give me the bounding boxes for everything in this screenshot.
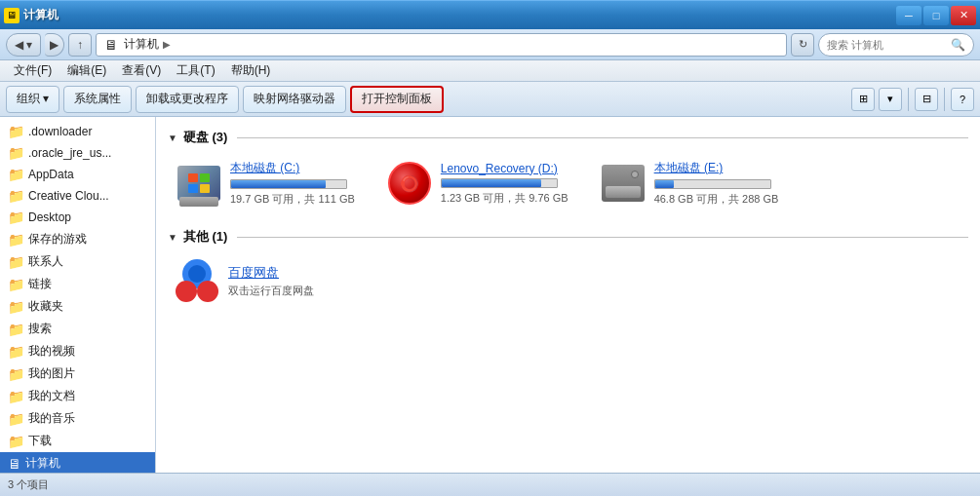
sidebar-item-label: Desktop bbox=[28, 210, 71, 224]
sidebar-item-label: 我的文档 bbox=[28, 388, 75, 404]
view-grid-button[interactable]: ⊞ bbox=[851, 88, 875, 111]
up-button[interactable]: ↑ bbox=[68, 33, 92, 57]
title-bar-left: 🖥 计算机 bbox=[4, 7, 59, 23]
folder-icon: 📁 bbox=[8, 188, 24, 204]
menu-help[interactable]: 帮助(H) bbox=[223, 60, 279, 81]
sidebar-item-appdata[interactable]: 📁 AppData bbox=[0, 164, 155, 185]
sidebar-item-creative-cloud[interactable]: 📁 Creative Clou... bbox=[0, 185, 155, 207]
drive-d-icon: ⭕ bbox=[386, 164, 433, 203]
refresh-button[interactable]: ↻ bbox=[791, 33, 814, 57]
drives-section-line bbox=[237, 137, 968, 138]
close-button[interactable]: ✕ bbox=[951, 6, 976, 25]
drive-d-name: Lenovo_Recovery (D:) bbox=[441, 162, 568, 175]
drive-e-name: 本地磁盘 (E:) bbox=[654, 160, 779, 176]
sidebar-item-label: 链接 bbox=[28, 276, 52, 292]
drive-c-name: 本地磁盘 (C:) bbox=[230, 160, 355, 176]
sidebar-item-documents[interactable]: 📁 我的文档 bbox=[0, 385, 155, 407]
menu-file[interactable]: 文件(F) bbox=[6, 60, 59, 81]
status-bar: 3 个项目 bbox=[0, 473, 980, 496]
drive-c-fill bbox=[231, 180, 326, 188]
drives-section-arrow[interactable]: ▼ bbox=[168, 133, 177, 143]
drive-e-progress bbox=[654, 179, 771, 189]
menu-bar: 文件(F) 编辑(E) 查看(V) 工具(T) 帮助(H) bbox=[0, 60, 980, 82]
menu-edit[interactable]: 编辑(E) bbox=[59, 60, 114, 81]
open-control-panel-button[interactable]: 打开控制面板 bbox=[350, 86, 444, 113]
sidebar-item-contacts[interactable]: 📁 联系人 bbox=[0, 250, 155, 273]
main-content: 📁 .downloader 📁 .oracle_jre_us... 📁 AppD… bbox=[0, 117, 980, 473]
folder-icon: 📁 bbox=[8, 210, 24, 225]
sidebar-item-label: 收藏夹 bbox=[28, 298, 63, 315]
other-section-arrow[interactable]: ▼ bbox=[168, 232, 177, 243]
organize-button[interactable]: 组织 ▾ bbox=[6, 86, 59, 113]
sidebar-item-oracle[interactable]: 📁 .oracle_jre_us... bbox=[0, 142, 155, 164]
folder-icon: 📁 bbox=[8, 389, 24, 404]
baidu-icon bbox=[176, 259, 218, 302]
drive-e-item[interactable]: 本地磁盘 (E:) 46.8 GB 可用，共 288 GB bbox=[592, 154, 787, 212]
drive-d-info: Lenovo_Recovery (D:) 1.23 GB 可用，共 9.76 G… bbox=[441, 162, 568, 206]
folder-icon: 📁 bbox=[8, 411, 24, 427]
drive-c-item[interactable]: 本地磁盘 (C:) 19.7 GB 可用，共 111 GB bbox=[168, 154, 363, 212]
system-properties-button[interactable]: 系统属性 bbox=[63, 86, 132, 113]
toolbar-right: ⊞ ▾ ⊟ ? bbox=[851, 88, 974, 111]
menu-view[interactable]: 查看(V) bbox=[114, 60, 169, 81]
sidebar-item-links[interactable]: 📁 链接 bbox=[0, 273, 155, 295]
drives-section-header: ▼ 硬盘 (3) bbox=[168, 129, 968, 146]
toolbar-separator bbox=[908, 88, 909, 111]
window-title: 计算机 bbox=[23, 7, 59, 23]
sidebar-item-music[interactable]: 📁 我的音乐 bbox=[0, 407, 155, 430]
search-box[interactable]: 🔍 bbox=[818, 33, 974, 57]
map-drive-button[interactable]: 映射网络驱动器 bbox=[243, 86, 346, 113]
sidebar-item-downloads[interactable]: 📁 下载 bbox=[0, 430, 155, 452]
uninstall-button[interactable]: 卸载或更改程序 bbox=[136, 86, 239, 113]
back-button[interactable]: ◀ ▾ bbox=[6, 33, 41, 57]
sidebar-item-search[interactable]: 📁 搜索 bbox=[0, 318, 155, 340]
toolbar: 组织 ▾ 系统属性 卸载或更改程序 映射网络驱动器 打开控制面板 ⊞ ▾ ⊟ ? bbox=[0, 82, 980, 117]
sidebar-item-pictures[interactable]: 📁 我的图片 bbox=[0, 362, 155, 385]
menu-tools[interactable]: 工具(T) bbox=[169, 60, 222, 81]
title-bar: 🖥 计算机 ─ □ ✕ bbox=[0, 0, 980, 29]
sidebar-item-label: 联系人 bbox=[28, 253, 63, 270]
path-text: 计算机 bbox=[124, 36, 159, 53]
search-input[interactable] bbox=[827, 39, 947, 51]
sidebar-item-downloader[interactable]: 📁 .downloader bbox=[0, 121, 155, 142]
sidebar-item-label: 搜索 bbox=[28, 321, 52, 337]
drive-e-icon bbox=[600, 164, 647, 203]
other-section-header: ▼ 其他 (1) bbox=[168, 228, 968, 246]
address-path[interactable]: 🖥 计算机 ▶ bbox=[96, 33, 787, 57]
sidebar-item-label: 我的视频 bbox=[28, 343, 75, 360]
sidebar-item-saved-games[interactable]: 📁 保存的游戏 bbox=[0, 228, 155, 250]
search-button[interactable]: 🔍 bbox=[951, 38, 965, 52]
sidebar-item-computer[interactable]: 🖥 计算机 bbox=[0, 452, 155, 473]
recovery-icon: ⭕ bbox=[388, 162, 431, 205]
baidu-item[interactable]: 百度网盘 双击运行百度网盘 bbox=[168, 253, 968, 308]
folder-icon: 📁 bbox=[8, 322, 24, 337]
folder-icon: 📁 bbox=[8, 167, 24, 182]
title-controls: ─ □ ✕ bbox=[896, 6, 976, 25]
sidebar-item-desktop[interactable]: 📁 Desktop bbox=[0, 207, 155, 228]
drive-c-info: 本地磁盘 (C:) 19.7 GB 可用，共 111 GB bbox=[230, 160, 355, 207]
drive-e-size: 46.8 GB 可用，共 288 GB bbox=[654, 192, 779, 207]
sidebar-item-favorites[interactable]: 📁 收藏夹 bbox=[0, 295, 155, 318]
drive-c-icon bbox=[176, 164, 222, 203]
sidebar-item-label: 我的音乐 bbox=[28, 410, 75, 427]
file-area: ▼ 硬盘 (3) bbox=[156, 117, 980, 473]
view-dropdown-button[interactable]: ▾ bbox=[879, 88, 902, 111]
drive-d-item[interactable]: ⭕ Lenovo_Recovery (D:) 1.23 GB 可用，共 9.76… bbox=[378, 154, 576, 212]
drive-c-size: 19.7 GB 可用，共 111 GB bbox=[230, 192, 355, 207]
sidebar-item-label: 我的图片 bbox=[28, 365, 75, 382]
maximize-button[interactable]: □ bbox=[923, 6, 949, 25]
other-section-title: 其他 (1) bbox=[183, 228, 228, 246]
sidebar-item-videos[interactable]: 📁 我的视频 bbox=[0, 340, 155, 362]
sidebar-item-label: Creative Clou... bbox=[28, 189, 109, 203]
minimize-button[interactable]: ─ bbox=[896, 6, 921, 25]
forward-button[interactable]: ▶ bbox=[45, 33, 64, 57]
help-button[interactable]: ? bbox=[951, 88, 974, 111]
drive-d-fill bbox=[442, 179, 542, 187]
drives-grid: 本地磁盘 (C:) 19.7 GB 可用，共 111 GB ⭕ Lenovo_R… bbox=[168, 154, 968, 212]
address-bar: ◀ ▾ ▶ ↑ 🖥 计算机 ▶ ↻ 🔍 bbox=[0, 29, 980, 60]
baidu-info: 百度网盘 双击运行百度网盘 bbox=[228, 264, 314, 298]
drive-e-info: 本地磁盘 (E:) 46.8 GB 可用，共 288 GB bbox=[654, 160, 779, 207]
folder-icon: 📁 bbox=[8, 145, 24, 161]
pane-button[interactable]: ⊟ bbox=[915, 88, 938, 111]
drive-e-fill bbox=[655, 180, 674, 188]
